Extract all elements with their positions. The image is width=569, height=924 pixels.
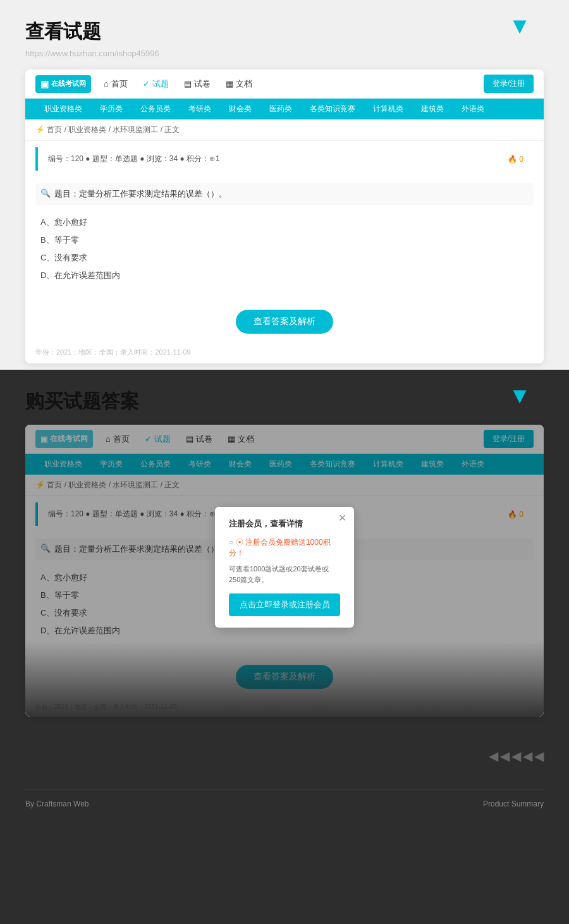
option-a: A、愈小愈好: [40, 214, 529, 231]
modal-highlight: ○ ☉ 注册会员免费赠送1000积分！: [229, 537, 340, 559]
card1: ▣ 在线考试网 ⌂ 首页 ✓ 试题 ▤ 试卷 ▦ 文档: [25, 70, 544, 363]
modal-title: 注册会员，查看详情: [229, 518, 340, 530]
modal-overlay: 注册会员，查看详情 ✕ ○ ☉ 注册会员免费赠送1000积分！ 可查看1000题…: [25, 425, 544, 717]
footer-area: ◀ ◀ ◀ ◀ ◀ By Craftsman Web Product Summa…: [0, 729, 569, 821]
cat-item[interactable]: 财会类: [220, 99, 260, 119]
watermark: https://www.huzhan.com/ishop45996: [25, 49, 544, 58]
logo-icon: ▣: [40, 79, 49, 89]
nav-paper[interactable]: ▤ 试卷: [184, 78, 211, 90]
cat-item[interactable]: 公务员类: [132, 99, 180, 119]
nav-doc[interactable]: ▦ 文档: [226, 78, 252, 90]
bottom-hint: 年份：2021；地区：全国；录入时间：2021-11-09: [25, 344, 544, 363]
answer-button[interactable]: 查看答案及解析: [236, 310, 333, 334]
cat-item[interactable]: 外语类: [453, 99, 493, 119]
doc-icon: ▦: [226, 79, 233, 88]
login-button[interactable]: 登录/注册: [484, 75, 534, 93]
card2-wrapper: ▣ 在线考试网 ⌂ 首页 ✓ 试题 ▤ 试卷: [25, 425, 544, 717]
nav-quiz[interactable]: ✓ 试题: [143, 78, 169, 90]
question-meta: 编号：120 ● 题型：单选题 ● 浏览：34 ● 积分：⊕1: [48, 154, 220, 164]
nav-links: ⌂ 首页 ✓ 试题 ▤ 试卷 ▦ 文档: [104, 78, 471, 90]
answer-btn-wrap: 查看答案及解析: [25, 297, 544, 344]
options-list: A、愈小愈好 B、等于零 C、没有要求 D、在允许误差范围内: [35, 214, 534, 284]
logo-text: 在线考试网: [51, 79, 86, 88]
fire-count: 🔥 0: [508, 155, 523, 164]
modal: 注册会员，查看详情 ✕ ○ ☉ 注册会员免费赠送1000积分！ 可查看1000题…: [215, 507, 354, 628]
home-icon: ⌂: [104, 79, 109, 88]
question-info: 编号：120 ● 题型：单选题 ● 浏览：34 ● 积分：⊕1 🔥 0: [35, 147, 534, 171]
arrow-prev-5[interactable]: ◀: [534, 748, 544, 763]
paper-icon: ▤: [184, 79, 192, 88]
quiz-icon: ✓: [143, 79, 150, 88]
cat-item[interactable]: 各类知识竞赛: [301, 99, 364, 119]
cat-item[interactable]: 计算机类: [364, 99, 412, 119]
arrow-down-1: ▼: [508, 13, 531, 39]
site-header: ▣ 在线考试网 ⌂ 首页 ✓ 试题 ▤ 试卷 ▦ 文档: [25, 70, 544, 99]
cat-item[interactable]: 考研类: [180, 99, 220, 119]
search-icon: 🔍: [40, 188, 51, 198]
section2-title: 购买试题答案: [25, 389, 544, 415]
arrow-prev-3[interactable]: ◀: [511, 748, 521, 763]
option-c: C、没有要求: [40, 249, 529, 267]
modal-register-button[interactable]: 点击立即登录或注册会员: [229, 593, 340, 616]
cat-item[interactable]: 医药类: [260, 99, 301, 119]
cat-item[interactable]: 建筑类: [412, 99, 453, 119]
logo: ▣ 在线考试网: [35, 75, 91, 93]
arrow-down-2: ▼: [508, 382, 531, 409]
footer-arrows: ◀ ◀ ◀ ◀ ◀: [25, 748, 544, 763]
category-nav: 职业资格类 学历类 公务员类 考研类 财会类 医药类 各类知识竞赛 计算机类 建…: [25, 99, 544, 119]
modal-desc: 可查看1000题试题或20套试卷或250篇文章。: [229, 564, 340, 585]
question-title: 🔍 题目：定量分析工作要求测定结果的误差（）。: [35, 183, 534, 205]
circle-icon: ○: [229, 538, 233, 547]
cat-item[interactable]: 学历类: [91, 99, 132, 119]
footer-left: By Craftsman Web: [25, 799, 89, 808]
footer-bottom: By Craftsman Web Product Summary: [25, 789, 544, 808]
nav-home[interactable]: ⌂ 首页: [104, 78, 128, 90]
arrow-prev-4[interactable]: ◀: [523, 748, 532, 763]
section1-title: 查看试题: [25, 19, 544, 45]
breadcrumb: ⚡ 首页 / 职业资格类 / 水环境监测工 / 正文: [25, 119, 544, 141]
option-b: B、等于零: [40, 231, 529, 249]
footer-right: Product Summary: [483, 799, 544, 808]
arrow-prev-2[interactable]: ◀: [500, 748, 510, 763]
option-d: D、在允许误差范围内: [40, 267, 529, 284]
arrow-prev-1[interactable]: ◀: [489, 748, 498, 763]
modal-close-button[interactable]: ✕: [338, 513, 346, 523]
question-body: 🔍 题目：定量分析工作要求测定结果的误差（）。 A、愈小愈好 B、等于零 C、没…: [25, 177, 544, 297]
cat-item[interactable]: 职业资格类: [35, 99, 91, 119]
